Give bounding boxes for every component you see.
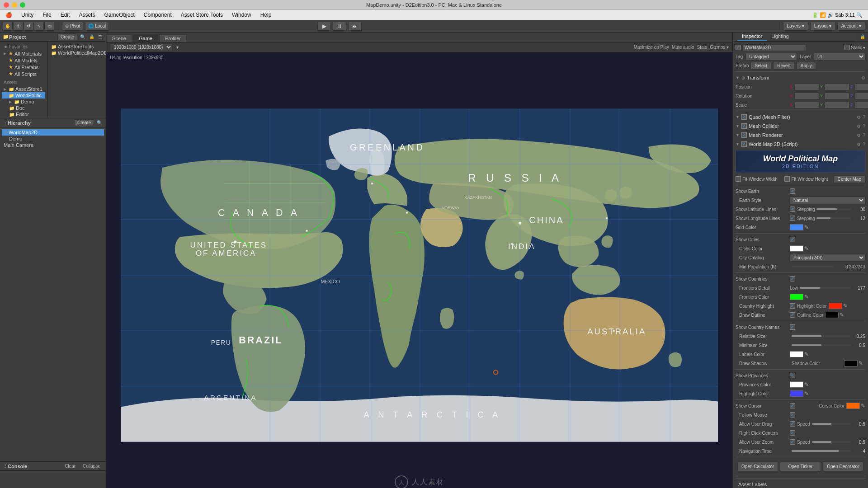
asset-doc[interactable]: 📁 Doc (2, 105, 45, 111)
follow-mouse-checkbox[interactable] (790, 412, 795, 418)
menu-edit[interactable]: Edit (59, 12, 72, 18)
minimum-size-slider[interactable] (792, 344, 851, 346)
city-catalog-dropdown[interactable]: Principal (243) (790, 254, 865, 262)
menu-assetstoretools[interactable]: Asset Store Tools (179, 12, 225, 18)
map-view[interactable]: Using resolution 1209x680 (106, 52, 732, 488)
allow-user-zoom-checkbox[interactable] (790, 439, 795, 445)
zoom-speed-slider[interactable] (812, 441, 851, 443)
scale-y[interactable]: 100 (825, 102, 849, 108)
tool-scale[interactable]: ⤡ (34, 22, 44, 31)
cities-color-icon[interactable]: ✎ (804, 245, 809, 252)
allow-user-drag-checkbox[interactable] (790, 421, 795, 427)
outline-color-swatch[interactable] (825, 312, 839, 318)
project-create-button[interactable]: Create (57, 33, 77, 40)
transform-expand[interactable]: ▼ (736, 75, 740, 80)
frontiers-color-icon[interactable]: ✎ (804, 294, 809, 300)
mesh-collider-enabled[interactable] (741, 123, 747, 129)
fav-all-materials[interactable]: ▶ ★ All Materials (2, 50, 45, 57)
tool-hand[interactable]: ✋ (3, 22, 13, 31)
open-calculator-button[interactable]: Open Calculator (737, 462, 778, 471)
grid-color-swatch[interactable] (790, 224, 803, 230)
labels-color-icon[interactable]: ✎ (804, 351, 809, 357)
hierarchy-create-button[interactable]: Create (74, 119, 94, 126)
layout-dropdown[interactable]: Layout ▾ (810, 22, 835, 31)
window-minimize[interactable] (12, 2, 17, 8)
mesh-collider-help[interactable]: ? (863, 124, 865, 129)
mesh-renderer-help[interactable]: ? (863, 133, 865, 138)
labels-color-swatch[interactable] (790, 351, 803, 357)
play-button[interactable]: ▶ (317, 22, 331, 31)
show-longitude-checkbox[interactable] (790, 216, 795, 221)
position-z[interactable]: 1.178749 (855, 84, 868, 90)
drag-speed-slider[interactable] (812, 423, 851, 425)
hierarchy-maincamera[interactable]: Main Camera (2, 142, 104, 148)
prefab-revert-button[interactable]: Revert (773, 62, 794, 70)
provinces-highlight-swatch[interactable] (790, 390, 803, 397)
window-maximize[interactable] (20, 2, 25, 8)
account-dropdown[interactable]: Account ▾ (837, 22, 865, 31)
show-cursor-checkbox[interactable] (790, 403, 795, 408)
provinces-color-icon[interactable]: ✎ (804, 381, 809, 388)
hierarchy-worldmap2d[interactable]: ▼ WorldMap2D (2, 129, 104, 136)
tab-profiler[interactable]: Profiler (159, 34, 187, 42)
fav-all-scripts[interactable]: ★ All Scripts (2, 70, 45, 77)
fav-all-prefabs[interactable]: ★ All Prefabs (2, 64, 45, 70)
menu-file[interactable]: File (41, 12, 53, 18)
mesh-filter-expand[interactable]: ▼ (736, 115, 740, 119)
fit-window-height-checkbox[interactable] (784, 176, 790, 182)
open-ticker-button[interactable]: Open Ticker (780, 462, 821, 471)
local-button[interactable]: 🌐 Local (85, 22, 109, 31)
asset-demo[interactable]: ▶ 📁 Demo (2, 99, 45, 105)
pause-button[interactable]: ⏸ (333, 22, 346, 31)
maximize-on-play-button[interactable]: Maximize on Play (634, 45, 669, 50)
static-checkbox[interactable]: Static ▾ (844, 45, 865, 50)
nav-time-slider[interactable] (792, 450, 851, 452)
menu-window[interactable]: Window (230, 12, 253, 18)
longitude-slider[interactable] (816, 217, 851, 219)
layer-dropdown[interactable]: UI (814, 53, 865, 61)
show-cities-checkbox[interactable] (790, 237, 795, 242)
frontiers-color-swatch[interactable] (790, 294, 803, 300)
fav-all-models[interactable]: ★ All Models (2, 57, 45, 64)
cities-color-swatch[interactable] (790, 245, 803, 252)
pivot-button[interactable]: ⊕ Pivot (62, 22, 83, 31)
cursor-color-icon[interactable]: ✎ (861, 403, 865, 409)
country-highlight-checkbox[interactable] (790, 303, 795, 309)
apple-menu[interactable]: 🍎 (4, 12, 14, 18)
scale-x[interactable]: 200 (794, 102, 819, 108)
menu-gameobject[interactable]: GameObject (102, 12, 136, 18)
tab-inspector[interactable]: Inspector (737, 33, 767, 41)
tab-game[interactable]: Game (133, 34, 158, 42)
show-countries-checkbox[interactable] (790, 276, 795, 282)
project-menu-button[interactable]: ☰ (97, 33, 103, 40)
transform-context-menu[interactable]: ⚙ (861, 75, 865, 80)
console-clear-button[interactable]: Clear (62, 463, 78, 469)
shadow-color-icon[interactable]: ✎ (859, 360, 863, 366)
mesh-filter-enabled[interactable] (741, 114, 747, 120)
resolution-dropdown[interactable]: 868x488 (868x488) (110, 43, 173, 51)
tag-dropdown[interactable]: Untagged (745, 53, 797, 61)
hierarchy-search-button[interactable]: 🔍 (96, 119, 103, 126)
center-map-button[interactable]: Center Map (834, 175, 865, 183)
project-lock-button[interactable]: 🔒 (88, 33, 95, 40)
worldmap2d-script-expand[interactable]: ▼ (736, 142, 740, 146)
outline-color-icon[interactable]: ✎ (840, 312, 844, 318)
show-latitude-checkbox[interactable] (790, 206, 795, 212)
tool-rotate[interactable]: ↺ (24, 22, 33, 31)
layers-dropdown[interactable]: Layers ▾ (783, 22, 808, 31)
highlight-color-icon[interactable]: ✎ (843, 303, 848, 309)
gizmos-button[interactable]: Gizmos ▾ (710, 45, 729, 50)
worldmap2d-script-enabled[interactable] (741, 141, 747, 147)
menu-help[interactable]: Help (259, 12, 274, 18)
tab-scene[interactable]: Scene (106, 34, 132, 42)
prefab-apply-button[interactable]: Apply (797, 62, 816, 70)
mesh-collider-menu[interactable]: ⚙ (857, 124, 861, 129)
show-provinces-checkbox[interactable] (790, 373, 795, 378)
mesh-renderer-expand[interactable]: ▼ (736, 133, 740, 137)
rotation-y[interactable]: 0 (825, 93, 849, 99)
cursor-color-swatch[interactable] (846, 403, 860, 409)
worldmap2d-script-help[interactable]: ? (863, 142, 865, 147)
object-enabled-checkbox[interactable] (736, 45, 741, 50)
grid-color-picker-icon[interactable]: ✎ (804, 224, 809, 230)
asset-assetstore[interactable]: ▶ 📁 AssetStore1 (2, 86, 45, 92)
